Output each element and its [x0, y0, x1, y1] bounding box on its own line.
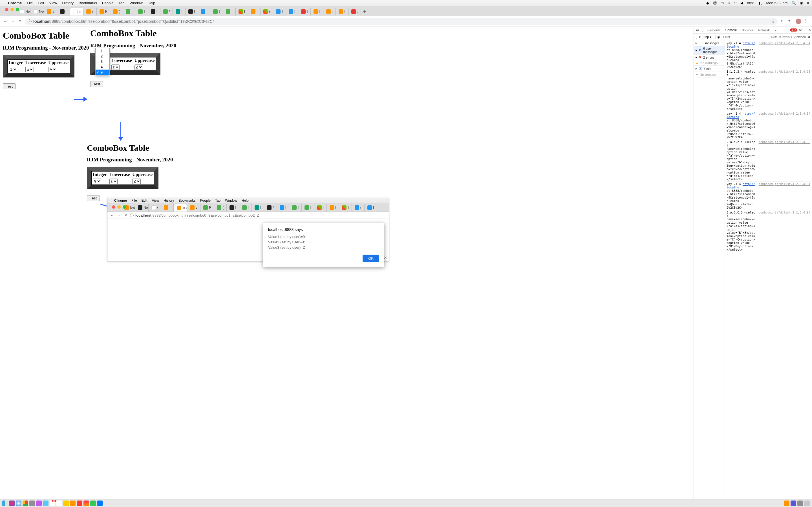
dropdown-open[interactable]: 12349: [95, 48, 110, 75]
console-source-link[interactable]: combobox.js?ddlist=1,2,3,4:84: [759, 112, 810, 139]
notifications-icon[interactable]: ≡: [807, 1, 809, 5]
close-window[interactable]: [5, 8, 8, 11]
bookmark-star-icon[interactable]: ☆: [771, 19, 775, 24]
select-integer-3[interactable]: 9: [93, 179, 101, 184]
console-source-link[interactable]: combobox.js?ddlist=1,2,3,4:95: [759, 211, 810, 251]
dt-tabs-more[interactable]: »: [772, 27, 779, 33]
browser-tab[interactable]: v: [44, 8, 57, 15]
menu-file[interactable]: File: [27, 1, 33, 5]
alert-ok-button[interactable]: OK: [363, 255, 379, 262]
context-selector[interactable]: top ▾: [703, 35, 716, 39]
browser-tab[interactable]: r: [57, 8, 70, 15]
dock-app-icon[interactable]: [797, 501, 803, 506]
browser-tab[interactable]: v: [84, 8, 97, 15]
console-source-link[interactable]: combobox.js?ddlist=1,2,3,4:84: [759, 182, 810, 209]
messages-icon[interactable]: [90, 501, 96, 506]
browser-tab[interactable]: I: [327, 204, 339, 212]
browser-tab[interactable]: New: [135, 204, 149, 212]
sb-warnings[interactable]: ▲ No warnings: [694, 60, 725, 66]
test-button-3[interactable]: Test: [87, 195, 100, 201]
browser-tab[interactable]: (: [210, 8, 223, 15]
browser-tab[interactable]: F: [97, 8, 110, 15]
dt-tab-console[interactable]: Console: [723, 27, 739, 33]
browser-tab[interactable]: I: [186, 8, 198, 15]
dt-tab-elements[interactable]: Elements: [705, 27, 723, 33]
select-lowercase-2[interactable]: z: [111, 64, 119, 70]
browser-tab[interactable]: I: [273, 8, 286, 15]
back-button[interactable]: ←: [3, 19, 8, 24]
test-button-1[interactable]: Test: [3, 83, 16, 89]
browser-tab[interactable]: I: [302, 204, 314, 212]
chrome-menu-icon[interactable]: ⋮: [804, 18, 809, 24]
console-message[interactable]: yay -1 4 http://localho st:8888/combobox…: [725, 41, 812, 69]
hidden-count[interactable]: 2 hidden: [794, 35, 806, 39]
forward-button[interactable]: →: [10, 19, 15, 24]
dropdown-option[interactable]: 4: [96, 64, 109, 69]
log-levels[interactable]: Default levels ▾: [771, 35, 792, 39]
browser-tab[interactable]: I: [198, 8, 210, 15]
reminders-icon[interactable]: [56, 501, 62, 506]
menu-help[interactable]: Help: [148, 1, 155, 5]
brave-icon[interactable]: ▼: [780, 18, 785, 24]
dt-close-icon[interactable]: ✕: [808, 28, 811, 32]
browser-tab[interactable]: /: [149, 204, 161, 212]
wifi-icon[interactable]: ⌔: [734, 1, 737, 5]
omnibox[interactable]: i localhost:8888/combobox.html?selcombo0…: [25, 18, 777, 25]
trash-icon[interactable]: [804, 501, 810, 506]
menu-tab[interactable]: Tab: [118, 1, 124, 5]
menu-edit[interactable]: Edit: [38, 1, 44, 5]
browser-tab[interactable]: :: [323, 8, 336, 15]
bluetooth-icon[interactable]: ᚼ: [728, 1, 730, 5]
clear-console-icon[interactable]: ⊘: [699, 35, 702, 39]
dock-app-icon[interactable]: [36, 501, 42, 506]
dock-app-icon[interactable]: [29, 501, 35, 506]
browser-tab[interactable]: I: [173, 8, 185, 15]
settings-icon[interactable]: ⚙: [799, 28, 802, 32]
browser-tab[interactable]: I: [298, 8, 311, 15]
browser-tab[interactable]: I: [227, 204, 239, 212]
extensions-icon[interactable]: ✦: [788, 18, 794, 24]
console-output[interactable]: yay -1 4 http://localho st:8888/combobox…: [725, 40, 812, 507]
browser-tab[interactable]: :: [349, 8, 361, 15]
console-settings-icon[interactable]: ⚙: [808, 35, 810, 39]
sub-omnibox[interactable]: i localhost:8888/combobox.html?selcombo0…: [130, 213, 387, 217]
status-icon[interactable]: Ⓜ: [713, 1, 717, 6]
browser-tab[interactable]: I: [248, 8, 260, 15]
chrome-icon[interactable]: [22, 501, 28, 506]
sb-info[interactable]: ▸ ⓘ 6 info: [694, 66, 725, 72]
volume-icon[interactable]: ◀: [741, 1, 743, 5]
sub-back-button[interactable]: ←: [110, 213, 115, 218]
menu-people[interactable]: People: [102, 1, 113, 5]
browser-tab[interactable]: I: [239, 204, 252, 212]
browser-tab[interactable]: I: [364, 204, 377, 212]
profile-avatar[interactable]: [796, 18, 801, 24]
select-lowercase-1[interactable]: a: [26, 67, 34, 72]
sb-messages[interactable]: ▸ ☰ 8 messages: [694, 40, 725, 46]
sb-verbose[interactable]: ✦ No verbose: [694, 72, 725, 77]
live-expr-icon[interactable]: ◉: [717, 35, 720, 39]
console-message[interactable]: yay -1 4 http://localho st:8888/combobox…: [725, 111, 812, 140]
browser-tab[interactable]: I: [252, 204, 264, 212]
browser-tab[interactable]: I: [336, 8, 348, 15]
dt-tab-sources[interactable]: Sources: [740, 27, 755, 33]
browser-tab[interactable]: v: [187, 204, 200, 212]
safari-icon[interactable]: [16, 501, 21, 506]
console-message[interactable]: 2:a,b,c,d <select name=selcombo1><option…: [725, 140, 812, 182]
menu-bookmarks[interactable]: Bookmarks: [79, 1, 97, 5]
new-tab-button[interactable]: +: [361, 9, 368, 15]
browser-tab[interactable]: I: [277, 204, 289, 212]
console-prompt[interactable]: >: [725, 252, 812, 257]
dock-app-icon[interactable]: [77, 501, 82, 506]
reload-button[interactable]: ⟳: [17, 19, 22, 24]
sub-forward-button[interactable]: →: [116, 213, 121, 218]
browser-tab[interactable]: I: [289, 204, 302, 212]
browser-tab[interactable]: I: [311, 8, 323, 15]
notes-icon[interactable]: [63, 501, 69, 506]
dock-app-icon[interactable]: [791, 501, 796, 506]
sub-maximize-window[interactable]: [123, 205, 126, 209]
select-uppercase-3[interactable]: Z: [132, 179, 141, 184]
browser-tab[interactable]: /: [160, 8, 173, 15]
minimize-window[interactable]: [10, 8, 14, 11]
browser-tab[interactable]: lc×: [70, 8, 84, 15]
browser-tab[interactable]: F: [200, 204, 214, 212]
